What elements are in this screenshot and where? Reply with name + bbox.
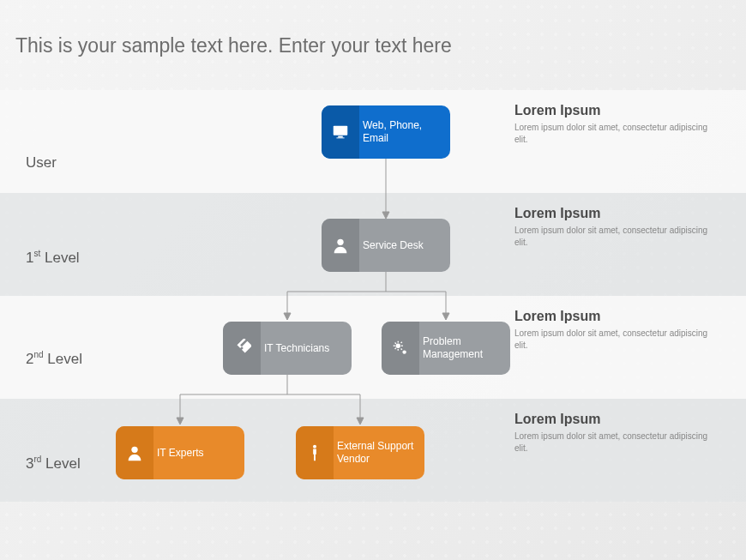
person-icon (116, 426, 153, 479)
node-problem-mgmt: Problem Management (382, 322, 510, 375)
node-label: Web, Phone, Email (359, 119, 450, 145)
node-label: External Support Vendor (334, 440, 424, 466)
svg-rect-14 (334, 126, 348, 135)
node-label: Problem Management (419, 335, 510, 361)
monitor-icon (322, 105, 359, 159)
svg-marker-7 (442, 313, 449, 320)
svg-point-20 (131, 447, 137, 453)
svg-point-21 (313, 445, 316, 449)
svg-rect-15 (338, 136, 343, 138)
gears-icon (382, 322, 419, 375)
node-label: IT Experts (153, 447, 210, 460)
standing-person-icon (296, 426, 334, 479)
node-label: Service Desk (359, 239, 430, 252)
svg-marker-13 (357, 418, 364, 425)
tools-icon (223, 322, 261, 375)
svg-rect-16 (336, 137, 344, 138)
svg-marker-1 (382, 212, 389, 219)
node-label: IT Technicians (261, 342, 336, 355)
svg-point-17 (337, 239, 343, 245)
svg-marker-11 (177, 418, 183, 425)
node-external-vendor: External Support Vendor (296, 426, 424, 479)
node-user-contact: Web, Phone, Email (322, 105, 450, 159)
svg-point-19 (402, 350, 406, 353)
svg-point-18 (396, 344, 401, 349)
node-it-technicians: IT Technicians (223, 322, 352, 375)
node-service-desk: Service Desk (322, 219, 450, 272)
svg-marker-5 (284, 313, 291, 320)
node-it-experts: IT Experts (116, 426, 244, 479)
person-icon (322, 219, 359, 272)
